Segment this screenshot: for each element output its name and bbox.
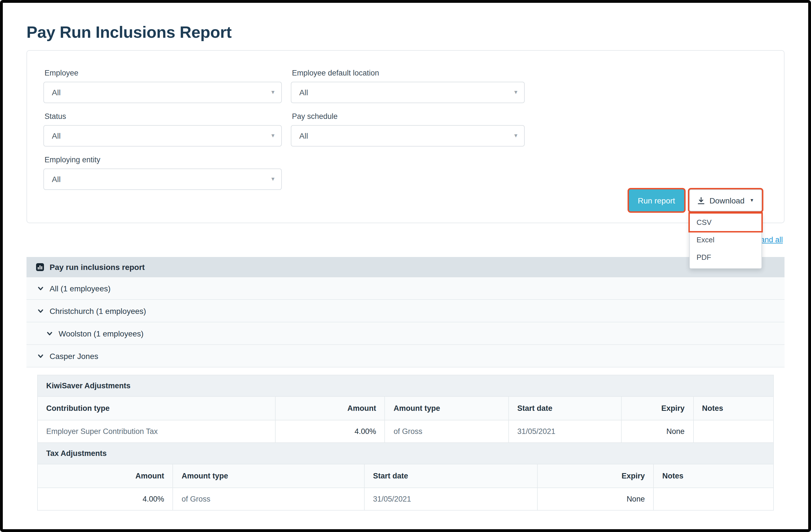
- group-label: Woolston (1 employees): [59, 329, 143, 338]
- column-header-notes: Notes: [654, 464, 774, 488]
- default-location-select-value: All: [299, 88, 308, 97]
- page-content: Pay Run Inclusions Report Employee All ▾…: [3, 3, 808, 511]
- status-select-value: All: [52, 131, 61, 140]
- filter-grid: Employee All ▾ Employee default location…: [43, 69, 784, 190]
- scale-wrapper: Pay Run Inclusions Report Employee All ▾…: [0, 0, 811, 532]
- bar-chart-icon: [36, 263, 44, 271]
- menu-item-excel[interactable]: Excel: [690, 231, 761, 248]
- tax-data-row: 4.00% of Gross 31/05/2021 None: [37, 488, 774, 510]
- status-select[interactable]: All ▾: [43, 125, 282, 147]
- chevron-down-icon: [46, 330, 53, 337]
- download-split-button: Download ▼ CSV Excel PDF: [689, 189, 762, 211]
- cell-notes: [654, 488, 774, 510]
- filter-field-pay-schedule: Pay schedule All ▾: [291, 112, 525, 147]
- pay-schedule-label: Pay schedule: [292, 112, 525, 121]
- cell-start-date: 31/05/2021: [509, 420, 621, 443]
- employing-entity-select-value: All: [52, 175, 61, 184]
- group-row-all[interactable]: All (1 employees): [27, 277, 784, 300]
- column-header-amount: Amount: [275, 396, 385, 420]
- filter-panel: Employee All ▾ Employee default location…: [27, 50, 784, 223]
- menu-item-csv[interactable]: CSV: [690, 214, 761, 231]
- download-menu: CSV Excel PDF: [689, 213, 762, 269]
- caret-down-icon: ▼: [750, 198, 754, 203]
- default-location-select[interactable]: All ▾: [291, 82, 525, 103]
- column-header-notes: Notes: [693, 396, 774, 420]
- employee-select-value: All: [52, 88, 61, 97]
- cell-notes: [693, 420, 774, 443]
- run-report-button[interactable]: Run report: [629, 189, 684, 211]
- kiwisaver-data-row: Employer Super Contribution Tax 4.00% of…: [37, 420, 774, 443]
- filter-field-status: Status All ▾: [43, 112, 282, 147]
- chevron-down-icon: [37, 307, 44, 314]
- page-title: Pay Run Inclusions Report: [27, 23, 784, 42]
- chevron-down-icon: ▾: [271, 89, 274, 96]
- tax-header-row: Amount Amount type Start date Expiry Not…: [37, 464, 774, 488]
- group-label: All (1 employees): [50, 284, 110, 293]
- filter-field-default-location: Employee default location All ▾: [291, 69, 525, 103]
- pay-schedule-select-value: All: [299, 131, 308, 140]
- default-location-label: Employee default location: [292, 69, 525, 77]
- download-icon: [697, 196, 705, 204]
- cell-contribution-type: Employer Super Contribution Tax: [37, 420, 275, 443]
- column-header-start-date: Start date: [364, 464, 537, 488]
- column-header-amount-type: Amount type: [385, 396, 509, 420]
- link-row: Expand all: [27, 235, 784, 243]
- menu-item-pdf[interactable]: PDF: [690, 248, 761, 266]
- chevron-down-icon: ▾: [514, 89, 517, 96]
- column-header-expiry: Expiry: [621, 396, 693, 420]
- chevron-down-icon: ▾: [271, 175, 274, 183]
- download-label: Download: [709, 196, 745, 205]
- download-button[interactable]: Download ▼: [689, 189, 762, 211]
- group-label: Casper Jones: [50, 351, 98, 360]
- column-header-amount: Amount: [37, 464, 173, 488]
- pay-schedule-select[interactable]: All ▾: [291, 125, 525, 147]
- status-label: Status: [45, 112, 282, 121]
- report-title: Pay run inclusions report: [50, 263, 145, 272]
- report-header: Pay run inclusions report: [27, 257, 784, 277]
- employing-entity-label: Employing entity: [45, 155, 282, 164]
- cell-amount: 4.00%: [37, 488, 173, 510]
- cell-amount-type: of Gross: [173, 488, 364, 510]
- cell-amount: 4.00%: [275, 420, 385, 443]
- employee-label: Employee: [45, 69, 282, 77]
- cell-expiry: None: [537, 488, 654, 510]
- employing-entity-select[interactable]: All ▾: [43, 168, 282, 190]
- cell-expiry: None: [621, 420, 693, 443]
- filter-field-employee: Employee All ▾: [43, 69, 282, 103]
- filter-field-employing-entity: Employing entity All ▾: [43, 155, 282, 190]
- cell-start-date: 31/05/2021: [364, 488, 537, 510]
- column-header-start-date: Start date: [509, 396, 621, 420]
- column-header-amount-type: Amount type: [173, 464, 364, 488]
- kiwisaver-section-title: KiwiSaver Adjustments: [37, 375, 774, 396]
- column-header-expiry: Expiry: [537, 464, 654, 488]
- kiwisaver-adjustments-table: KiwiSaver Adjustments Contribution type …: [37, 375, 774, 443]
- group-label: Christchurch (1 employees): [50, 306, 146, 315]
- chevron-down-icon: [37, 352, 44, 359]
- group-row-casper-jones[interactable]: Casper Jones: [27, 345, 784, 367]
- report-detail: KiwiSaver Adjustments Contribution type …: [27, 367, 784, 511]
- column-header-contribution-type: Contribution type: [37, 396, 275, 420]
- chevron-down-icon: [37, 285, 44, 292]
- chevron-down-icon: ▾: [271, 132, 274, 139]
- group-row-christchurch[interactable]: Christchurch (1 employees): [27, 300, 784, 322]
- kiwisaver-header-row: Contribution type Amount Amount type Sta…: [37, 396, 774, 420]
- cell-amount-type: of Gross: [385, 420, 509, 443]
- employee-select[interactable]: All ▾: [43, 82, 282, 103]
- page-frame: Pay Run Inclusions Report Employee All ▾…: [0, 0, 811, 532]
- group-row-woolston[interactable]: Woolston (1 employees): [27, 322, 784, 345]
- filter-actions: Run report Download ▼ CSV Ex: [629, 189, 762, 211]
- tax-adjustments-table: Tax Adjustments Amount Amount type Start…: [37, 442, 774, 511]
- chevron-down-icon: ▾: [514, 132, 517, 139]
- report-section: Pay run inclusions report All (1 employe…: [27, 257, 784, 511]
- tax-section-title: Tax Adjustments: [37, 443, 774, 464]
